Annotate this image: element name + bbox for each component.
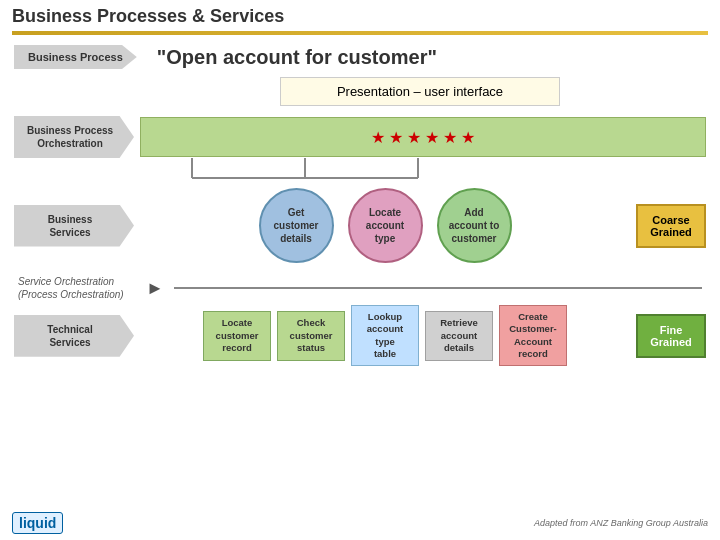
tech-boxes: Locatecustomerrecord Checkcustomerstatus… (140, 305, 630, 366)
technical-row: TechnicalServices Locatecustomerrecord C… (14, 305, 706, 366)
technical-label: TechnicalServices (14, 315, 134, 357)
footer-logo: liquid (12, 512, 63, 534)
circle-get-customer: Getcustomerdetails (259, 188, 334, 263)
star-6: ★ (461, 128, 475, 147)
tech-locate-customer: Locatecustomerrecord (203, 311, 271, 361)
tech-retrieve-account: Retrieveaccountdetails (425, 311, 493, 361)
service-orch-row: Service Orchestration(Process Orchestrat… (14, 275, 706, 301)
service-orch-arrow: ► (140, 278, 164, 299)
services-circles: Getcustomerdetails Locateaccounttype Add… (140, 180, 630, 271)
bp-title: "Open account for customer" (157, 46, 437, 69)
orchestration-bar: ★ ★ ★ ★ ★ ★ (140, 117, 706, 157)
tech-lookup-account: Lookupaccounttypetable (351, 305, 419, 366)
footer-note: Adapted from ANZ Banking Group Australia (534, 518, 708, 528)
tech-create-customer: CreateCustomer-Accountrecord (499, 305, 567, 366)
services-label: BusinessServices (14, 205, 134, 247)
header-title: Business Processes & Services (12, 6, 708, 27)
presentation-box: Presentation – user interface (280, 77, 560, 106)
connector-region (140, 158, 706, 180)
services-row: BusinessServices Getcustomerdetails Loca… (14, 180, 706, 271)
orch-connector-line (174, 287, 702, 289)
star-3: ★ (407, 128, 421, 147)
main-content: Business Process "Open account for custo… (0, 35, 720, 376)
fine-grained-box: FineGrained (636, 314, 706, 358)
star-4: ★ (425, 128, 439, 147)
footer: liquid Adapted from ANZ Banking Group Au… (12, 512, 708, 534)
star-5: ★ (443, 128, 457, 147)
circle-locate-account: Locateaccounttype (348, 188, 423, 263)
connector-svg (140, 158, 660, 180)
circle-add-account: Addaccount tocustomer (437, 188, 512, 263)
star-2: ★ (389, 128, 403, 147)
bp-arrow-label: Business Process (14, 45, 137, 69)
header: Business Processes & Services (0, 0, 720, 35)
star-1: ★ (371, 128, 385, 147)
tech-check-customer: Checkcustomerstatus (277, 311, 345, 361)
orchestration-row: Business ProcessOrchestration ★ ★ ★ ★ ★ … (14, 116, 706, 158)
presentation-row: Presentation – user interface (140, 77, 706, 112)
orchestration-label: Business ProcessOrchestration (14, 116, 134, 158)
bp-label-row: Business Process "Open account for custo… (14, 45, 706, 69)
coarse-grained-box: CoarseGrained (636, 204, 706, 248)
service-orch-label: Service Orchestration(Process Orchestrat… (14, 275, 134, 301)
